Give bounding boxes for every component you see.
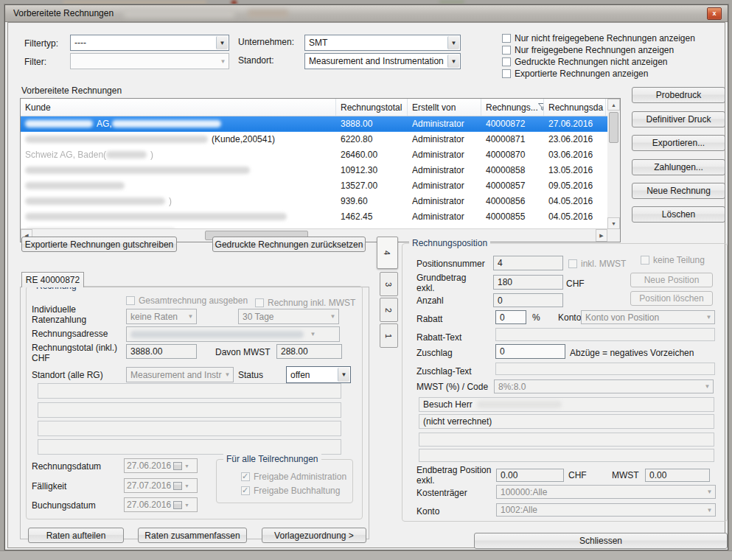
cell-rechnungstotal: 6220.80	[336, 132, 408, 147]
position-text-field-4[interactable]	[419, 449, 714, 462]
vertical-scroll-thumb[interactable]	[609, 112, 618, 143]
rabatt-field[interactable]: 0	[495, 310, 526, 324]
position-tab-1[interactable]: 1	[380, 323, 398, 348]
position-loeschen-button: Position löschen	[630, 291, 713, 306]
chevron-down-icon: ▼	[327, 309, 338, 323]
raten-zusammenfassen-button[interactable]: Raten zusammenfassen	[138, 528, 247, 543]
kunde-text-fragment: )	[150, 150, 153, 160]
position-tab-label: 3	[385, 281, 394, 286]
chevron-down-icon[interactable]: ▼	[338, 368, 349, 382]
vorlagezuordnung-button[interactable]: Vorlagezuordnung >	[262, 528, 366, 543]
standort-label: Standort:	[238, 55, 274, 66]
filter-label: Filter:	[24, 57, 46, 67]
status-value: offen	[290, 370, 337, 380]
invoice-table-header[interactable]: KundeRechnungstotalErstellt vonRechnungs…	[21, 99, 607, 116]
table-row[interactable]: AG,3888.00Administrator4000087227.06.201…	[21, 116, 607, 132]
status-combobox[interactable]: offen ▼	[286, 366, 351, 383]
column-header-kunde[interactable]: Kunde	[21, 99, 336, 116]
filter-checkbox-option[interactable]: Gedruckte Rechnungen nicht anzeigen	[502, 57, 667, 67]
unternehmen-label: Unternehmen:	[238, 37, 294, 47]
exportieren-button[interactable]: Exportieren...	[632, 135, 725, 151]
checkbox-box[interactable]	[502, 34, 511, 43]
cell-erstellt-von: Administrator	[408, 178, 481, 193]
column-header-4[interactable]: Rechnungsda	[544, 99, 606, 116]
grundbetrag-label: Grundbetrag exkl.	[416, 273, 483, 293]
table-row[interactable]: 13527.00Administrator4000085709.05.2016	[21, 178, 607, 194]
chevron-down-icon: ▼	[704, 486, 715, 498]
checkbox-box[interactable]	[502, 46, 511, 55]
tab-label: RE 40000872	[26, 275, 80, 285]
cell-rechnungstotal: 13527.00	[336, 178, 408, 193]
chevron-down-icon[interactable]: ▼	[216, 36, 228, 49]
title-bar[interactable]: Vorbereitete Rechnungen x	[5, 5, 728, 22]
checkbox-box[interactable]	[502, 69, 511, 78]
checkbox-box[interactable]	[502, 57, 511, 66]
table-row[interactable]: 10912.30Administrator4000085813.05.2016	[21, 163, 607, 178]
column-header-3[interactable]: Rechnungs...	[481, 99, 544, 116]
filtertyp-combobox[interactable]: ---- ▼	[70, 35, 229, 51]
gutschreiben-button[interactable]: Exportierte Rechnungen gutschreiben	[21, 237, 177, 252]
cell-rechnungsnummer: 40000871	[481, 132, 544, 147]
address-line-field	[38, 383, 341, 399]
table-row[interactable]: (Kunde,200541)6220.80Administrator400008…	[21, 132, 607, 147]
cell-erstellt-von: Administrator	[408, 163, 481, 178]
konto2-combobox: 1002:Alle ▼	[496, 503, 716, 517]
raten-aufteilen-button[interactable]: Raten aufteilen	[28, 528, 124, 543]
position-text-field-2[interactable]: (nicht verrechnet)	[419, 414, 714, 429]
dialog-window: Vorbereitete Rechnungen x Filtertyp: ---…	[4, 4, 728, 550]
position-tab-4[interactable]: 4	[377, 237, 398, 269]
chevron-down-icon: ▼	[184, 483, 189, 489]
cell-erstellt-von: Administrator	[408, 116, 481, 131]
buchungsdatum-field: 27.06.2016 ▼	[124, 497, 198, 512]
percent-label: %	[532, 312, 540, 323]
scroll-up-button[interactable]: ▲	[607, 99, 620, 111]
close-button[interactable]: x	[707, 7, 722, 20]
table-row[interactable]: Schweiz AG, Baden()26460.00Administrator…	[21, 147, 607, 163]
column-header-1[interactable]: Rechnungstotal	[336, 99, 408, 116]
scroll-down-button[interactable]: ▼	[607, 217, 620, 229]
invoice-table[interactable]: KundeRechnungstotalErstellt vonRechnungs…	[20, 98, 621, 242]
zuruecksetzen-button[interactable]: Gedruckte Rechnungen zurücksetzen	[212, 237, 366, 252]
rabatt-text-field[interactable]	[495, 328, 715, 341]
cell-rechnungsdatum: 03.06.2016	[544, 147, 606, 162]
table-row[interactable]: 1462.45Administrator4000085504.05.2016	[21, 209, 607, 225]
schliessen-button[interactable]: Schliessen	[474, 533, 728, 549]
scroll-right-button[interactable]: ▶	[596, 229, 607, 242]
zuschlag-text-field[interactable]	[495, 363, 715, 375]
tage-value: 30 Tage	[243, 312, 327, 322]
chevron-down-icon[interactable]: ▼	[447, 36, 459, 49]
redacted-text	[25, 167, 250, 174]
position-text-field-1[interactable]: Besuch Herr	[419, 397, 714, 412]
calendar-icon	[173, 501, 182, 509]
zuschlag-field[interactable]: 0	[495, 344, 565, 359]
chevron-down-icon[interactable]: ▼	[447, 55, 459, 68]
definitiver-druck-button[interactable]: Definitiver Druck	[632, 111, 725, 127]
rechnungsadresse-combobox: ▼	[126, 326, 340, 342]
cell-rechnungstotal: 1462.45	[336, 209, 408, 224]
position-tab-2[interactable]: 2	[380, 298, 398, 322]
loeschen-button[interactable]: Löschen	[632, 206, 725, 223]
table-row[interactable]: )939.60Administrator4000085604.05.2016	[21, 194, 607, 209]
date-value: 27.06.2016	[127, 500, 171, 510]
kunde-text-fragment: (Kunde,200541)	[212, 134, 275, 144]
kostentraeger-label: Kostenträger	[416, 488, 467, 498]
unternehmen-combobox[interactable]: SMT ▼	[304, 35, 461, 51]
checkbox-label: Freigabe Buchhaltung	[254, 486, 340, 496]
position-text-field-3[interactable]	[419, 433, 714, 447]
chf2-label: CHF	[568, 470, 587, 480]
filter-checkbox-option[interactable]: Nur nicht freigegebene Rechnungen anzeig…	[502, 33, 695, 43]
filter-funnel-icon[interactable]	[538, 102, 544, 113]
invoice-rows[interactable]: AG,3888.00Administrator4000087227.06.201…	[21, 116, 607, 229]
position-tab-3[interactable]: 3	[380, 272, 398, 296]
column-header-2[interactable]: Erstellt von	[408, 99, 481, 116]
probedruck-button[interactable]: Probedruck	[632, 87, 725, 103]
cell-kunde: (Kunde,200541)	[21, 132, 336, 147]
checkbox-box	[241, 472, 250, 481]
filter-checkbox-option[interactable]: Nur freigegebene Rechnungen anzeigen	[502, 45, 674, 55]
filter-checkbox-option[interactable]: Exportierte Rechnungen anzeigen	[502, 69, 648, 79]
redacted-text	[477, 401, 562, 408]
zahlungen-button[interactable]: Zahlungen...	[632, 159, 725, 175]
neue-rechnung-button[interactable]: Neue Rechnung	[632, 183, 725, 199]
tab-re-invoice[interactable]: RE 40000872	[21, 272, 84, 287]
standort-combobox[interactable]: Measurement and Instrumentation ▼	[304, 53, 461, 69]
